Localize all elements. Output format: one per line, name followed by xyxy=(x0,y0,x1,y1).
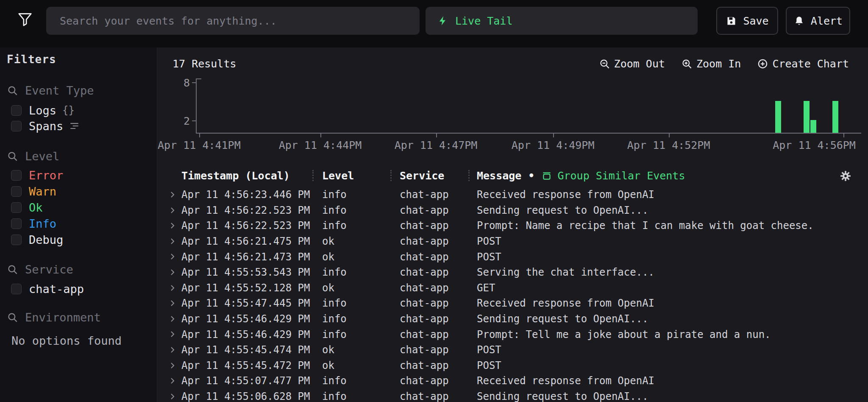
filter-funnel-icon[interactable] xyxy=(17,11,33,27)
row-service: chat-app xyxy=(400,218,449,234)
row-level: info xyxy=(322,373,347,389)
events-histogram[interactable]: 82Apr 11 4:41PMApr 11 4:44PMApr 11 4:47P… xyxy=(196,78,865,134)
chart-bar[interactable] xyxy=(810,120,816,133)
debug-checkbox[interactable] xyxy=(11,234,22,245)
row-expand-chevron-icon[interactable] xyxy=(167,205,178,215)
chart-bar[interactable] xyxy=(775,101,781,133)
filter-option-spans[interactable]: Spans xyxy=(7,118,153,134)
table-settings-gear-icon[interactable] xyxy=(839,170,852,182)
filter-option-logs[interactable]: Logs {} xyxy=(7,103,153,118)
column-separator[interactable] xyxy=(312,170,314,181)
level-search[interactable]: Level xyxy=(7,148,153,164)
search-icon xyxy=(7,85,18,96)
log-row[interactable]: Apr 11 4:56:21.473 PMokchat-appPOST xyxy=(157,249,868,265)
log-row[interactable]: Apr 11 4:55:46.429 PMinfochat-appSending… xyxy=(157,311,868,327)
filter-option-ok[interactable]: Ok xyxy=(7,200,153,215)
info-checkbox[interactable] xyxy=(11,218,22,229)
log-row[interactable]: Apr 11 4:56:22.523 PMinfochat-appSending… xyxy=(157,203,868,218)
service-search[interactable]: Service xyxy=(7,262,153,277)
event-type-label: Event Type xyxy=(25,84,94,97)
braces-icon: {} xyxy=(62,104,75,116)
row-level: ok xyxy=(322,234,334,249)
row-level: info xyxy=(322,218,347,234)
group-similar-events-button[interactable]: Group Similar Events xyxy=(541,170,685,182)
create-chart-button[interactable]: Create Chart xyxy=(757,58,849,70)
row-expand-chevron-icon[interactable] xyxy=(167,251,178,262)
row-expand-chevron-icon[interactable] xyxy=(167,329,178,339)
row-timestamp: Apr 11 4:56:21.475 PM xyxy=(181,234,310,249)
zoom-out-button[interactable]: Zoom Out xyxy=(599,58,665,70)
column-separator[interactable] xyxy=(468,170,470,181)
col-level[interactable]: Level xyxy=(322,168,354,184)
lightning-bolt-icon xyxy=(437,15,448,26)
log-row[interactable]: Apr 11 4:55:06.628 PMinfochat-appSending… xyxy=(157,389,868,402)
row-expand-chevron-icon[interactable] xyxy=(167,190,178,200)
row-expand-chevron-icon[interactable] xyxy=(167,221,178,231)
x-axis-tick xyxy=(669,134,670,137)
chart-bar[interactable] xyxy=(804,101,810,133)
zoom-in-button[interactable]: Zoom In xyxy=(681,58,741,70)
filter-option-warn[interactable]: Warn xyxy=(7,184,153,199)
log-row[interactable]: Apr 11 4:55:52.128 PMokchat-appGET xyxy=(157,280,868,296)
log-row[interactable]: Apr 11 4:55:47.445 PMinfochat-appReceive… xyxy=(157,296,868,311)
event-type-search[interactable]: Event Type xyxy=(7,83,153,98)
log-row[interactable]: Apr 11 4:56:21.475 PMokchat-appPOST xyxy=(157,234,868,249)
log-row[interactable]: Apr 11 4:55:53.543 PMinfochat-appServing… xyxy=(157,265,868,280)
level-label: Level xyxy=(25,150,59,163)
filter-option-info[interactable]: Info xyxy=(7,216,153,231)
row-expand-chevron-icon[interactable] xyxy=(167,391,178,402)
search-input[interactable]: Search your events for anything... xyxy=(46,7,420,35)
alert-button[interactable]: Alert xyxy=(786,7,850,35)
col-service[interactable]: Service xyxy=(400,168,444,184)
group-box-icon xyxy=(541,170,552,181)
logs-checkbox[interactable] xyxy=(11,105,22,116)
environment-empty: No options found xyxy=(7,333,153,348)
row-message: Prompt: Name a recipe that I can make wi… xyxy=(477,218,814,234)
filters-title: Filters xyxy=(7,52,153,67)
row-timestamp: Apr 11 4:55:45.474 PM xyxy=(181,342,310,358)
chat-app-checkbox[interactable] xyxy=(11,284,22,294)
chart-toolbar: Zoom Out Zoom In Create Chart xyxy=(599,56,849,71)
live-tail-label: Live Tail xyxy=(455,15,512,27)
row-message: POST xyxy=(477,234,501,249)
column-separator[interactable] xyxy=(390,170,392,181)
row-expand-chevron-icon[interactable] xyxy=(167,267,178,277)
x-axis-tick xyxy=(843,134,844,137)
warn-checkbox[interactable] xyxy=(11,186,22,197)
row-expand-chevron-icon[interactable] xyxy=(167,236,178,246)
row-service: chat-app xyxy=(400,358,449,374)
row-message: Sending request to OpenAI... xyxy=(477,203,648,218)
environment-search[interactable]: Environment xyxy=(7,310,153,325)
filter-option-debug[interactable]: Debug xyxy=(7,232,153,247)
log-row[interactable]: Apr 11 4:55:07.477 PMinfochat-appReceive… xyxy=(157,373,868,389)
chart-bar[interactable] xyxy=(832,101,838,133)
filter-option-error[interactable]: Error xyxy=(7,168,153,183)
log-row[interactable]: Apr 11 4:55:45.472 PMokchat-appPOST xyxy=(157,358,868,374)
spans-checkbox[interactable] xyxy=(11,121,22,131)
x-axis-tick-label: Apr 11 4:56PM xyxy=(773,139,856,151)
log-row[interactable]: Apr 11 4:56:22.523 PMinfochat-appPrompt:… xyxy=(157,218,868,234)
table-header: Timestamp (Local) Level Service Message … xyxy=(157,168,868,184)
row-expand-chevron-icon[interactable] xyxy=(167,376,178,386)
ok-checkbox[interactable] xyxy=(11,202,22,213)
row-expand-chevron-icon[interactable] xyxy=(167,345,178,355)
save-button[interactable]: Save xyxy=(716,7,778,35)
log-row[interactable]: Apr 11 4:55:46.429 PMinfochat-appPrompt:… xyxy=(157,327,868,342)
row-expand-chevron-icon[interactable] xyxy=(167,283,178,293)
x-axis-tick-label: Apr 11 4:47PM xyxy=(395,139,478,151)
x-axis-tick xyxy=(320,134,321,137)
x-axis-tick-label: Apr 11 4:41PM xyxy=(158,139,241,151)
row-expand-chevron-icon[interactable] xyxy=(167,360,178,371)
col-timestamp[interactable]: Timestamp (Local) xyxy=(181,168,290,184)
row-timestamp: Apr 11 4:55:53.543 PM xyxy=(181,265,310,280)
row-expand-chevron-icon[interactable] xyxy=(167,298,178,308)
error-checkbox[interactable] xyxy=(11,170,22,181)
filter-option-chat-app[interactable]: chat-app xyxy=(7,281,153,296)
search-icon xyxy=(7,151,18,162)
live-tail-button[interactable]: Live Tail xyxy=(426,7,698,35)
row-expand-chevron-icon[interactable] xyxy=(167,314,178,324)
search-icon xyxy=(7,312,18,323)
log-row[interactable]: Apr 11 4:55:45.474 PMokchat-appPOST xyxy=(157,342,868,358)
log-row[interactable]: Apr 11 4:56:23.446 PMinfochat-appReceive… xyxy=(157,187,868,203)
row-level: info xyxy=(322,265,347,280)
